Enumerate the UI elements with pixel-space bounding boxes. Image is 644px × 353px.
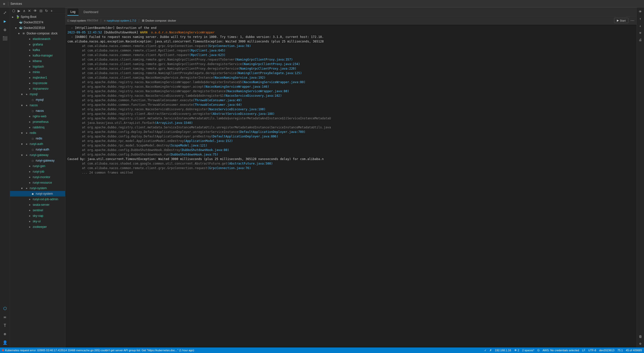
- tree-item-nginx-web[interactable]: ● nginx-web: [10, 114, 65, 119]
- sky-oap-label: sky-oap: [33, 214, 43, 218]
- chevron-up-btn[interactable]: ∧: [22, 8, 26, 13]
- tree-item-ruoyi-gen[interactable]: ● ruoyi-gen: [10, 163, 65, 169]
- gear-right-icon[interactable]: ⚙: [637, 340, 643, 346]
- tree-item-mysql-group[interactable]: ▼ ● mysql: [10, 91, 65, 97]
- tree-item-ruoyi-job[interactable]: ● ruoyi-job: [10, 169, 65, 174]
- mysql-group-label: mysql: [30, 92, 37, 96]
- tree-item-ruoyi-monitor[interactable]: ● ruoyi-monitor: [10, 174, 65, 180]
- tree-item-nacos[interactable]: □ nacos: [10, 108, 65, 114]
- more-options-btn[interactable]: ⋯: [630, 18, 634, 23]
- spring-icon: 🍃: [16, 15, 20, 19]
- menu-icon[interactable]: ≡: [2, 1, 6, 6]
- add-btn[interactable]: +: [50, 8, 54, 13]
- svc-icon-minio: ●: [28, 70, 32, 74]
- tree-item-sky-ui[interactable]: ● sky-ui: [10, 219, 65, 224]
- run-icon[interactable]: ▶: [1, 17, 9, 25]
- start-button[interactable]: ▶ Start: [614, 18, 628, 23]
- expand-all-btn[interactable]: ⬡: [11, 8, 16, 13]
- tree-item-grafana[interactable]: ● grafana: [10, 42, 65, 47]
- docker202374-label: Docker202374: [24, 21, 43, 24]
- tree-item-mqbroker1[interactable]: ● mqbroker1: [10, 75, 65, 80]
- tab-log[interactable]: Log: [67, 9, 78, 16]
- tree-item-docker202374[interactable]: 🐳 Docker202374: [10, 20, 65, 25]
- prometheus-label: prometheus: [33, 120, 49, 124]
- refresh-btn[interactable]: ↻: [44, 8, 49, 13]
- arrow-down-icon[interactable]: ↓: [637, 23, 643, 29]
- compose-label-header: Docker-compose: docker: [145, 19, 176, 22]
- print-icon[interactable]: 🖨: [637, 37, 643, 43]
- tree-item-ruoyi-auth[interactable]: □ ruoyi-auth: [10, 147, 65, 152]
- tree-item-nacos-group[interactable]: ▼ ● nacos: [10, 103, 65, 108]
- log-content[interactable]: - [HttpClientBeanHolder] Destruction of …: [65, 25, 636, 347]
- tab-dashboard[interactable]: Dashboard: [80, 9, 101, 16]
- eye-btn[interactable]: 👁: [32, 8, 38, 13]
- tree-item-zookeeper[interactable]: ● zookeeper: [10, 224, 65, 230]
- tree-item-ruoyi-xxl[interactable]: ● ruoyi-xxl-job-admin: [10, 196, 65, 202]
- tree-item-kibana[interactable]: ● kibana: [10, 58, 65, 64]
- status-right: ✓ ✗ 192.168.1.16 👁 2 2 spaces* G AWS: No…: [484, 349, 642, 352]
- ruoyi-system-label: ruoyi-system: [36, 192, 53, 195]
- status-lines: 45 of 409685: [626, 349, 642, 352]
- align-icon[interactable]: ≡: [637, 30, 643, 36]
- tree-item-ruoyi-gateway[interactable]: □ ruoyi-gateway: [10, 158, 65, 163]
- arrow-up-icon[interactable]: ↑: [637, 16, 643, 22]
- settings-icon[interactable]: ⚙: [1, 26, 9, 34]
- tree-item-mqnamesrv[interactable]: ● mqnamesrv: [10, 86, 65, 91]
- tree-item-sentinel[interactable]: ● sentinel: [10, 208, 65, 213]
- expand-icon[interactable]: ⤢: [1, 9, 9, 17]
- trash-icon[interactable]: 🗑: [637, 333, 643, 339]
- tree-item-ruoyi-auth-group[interactable]: ▼ ● ruoyi-auth: [10, 141, 65, 147]
- tree-item-logstash[interactable]: ● logstash: [10, 64, 65, 69]
- config-icon[interactable]: ⊕: [1, 330, 9, 338]
- ruoyi-monitor-label: ruoyi-monitor: [33, 175, 50, 179]
- tiktok-icon[interactable]: ⬡: [1, 304, 9, 312]
- tree-item-mqconsole[interactable]: ● mqconsole: [10, 80, 65, 86]
- tree-item-kafka[interactable]: ● kafka: [10, 47, 65, 53]
- minio-label: minio: [33, 70, 40, 74]
- kafka-label: kafka: [33, 48, 40, 52]
- tree-item-elasticsearch[interactable]: ● elasticsearch: [10, 36, 65, 42]
- tag-icon[interactable]: T: [1, 321, 9, 329]
- tree-item-sky-oap[interactable]: ● sky-oap: [10, 213, 65, 219]
- terminal-icon[interactable]: ⬛: [1, 34, 9, 42]
- svc-icon-km: ●: [28, 54, 32, 58]
- tree-item-ruoyi-gateway-group[interactable]: ▼ ● ruoyi-gateway: [10, 152, 65, 158]
- tree-item-seata-server[interactable]: ● seata-server: [10, 202, 65, 208]
- svc-icon-kibana: ●: [28, 59, 32, 63]
- tree-item-spring-boot[interactable]: ▶ 🍃 Spring Boot: [10, 14, 65, 20]
- tree-item-redis[interactable]: □ redis: [10, 136, 65, 141]
- svc-icon-zoo: ●: [28, 225, 32, 229]
- close-btn[interactable]: ✕: [27, 8, 32, 13]
- person-icon[interactable]: 👤: [1, 338, 9, 346]
- svc-icon-rgen: ●: [28, 164, 32, 168]
- filter-btn[interactable]: ⊟: [38, 8, 44, 13]
- tree-item-ruoyi-resource[interactable]: ● ruoyi-resource: [10, 180, 65, 185]
- tree-item-minio[interactable]: ● minio: [10, 69, 65, 75]
- tree-item-rabbitmq[interactable]: ● rabbitmq: [10, 125, 65, 130]
- file-icon: □: [67, 19, 69, 22]
- status-encoding: UTF-8: [588, 349, 596, 352]
- svc-icon-mqnamesrv: ●: [28, 87, 32, 91]
- container-id-badge: □ ruoyi-system 65b153cd: [67, 19, 98, 22]
- log-line: at com.alibaba.nacos.common.remote.clien…: [65, 48, 636, 53]
- tree-item-redis-group[interactable]: ▼ ● redis: [10, 130, 65, 136]
- tree-item-mysql[interactable]: □ mysql: [10, 97, 65, 103]
- zookeeper-label: zookeeper: [33, 225, 47, 229]
- grid-icon: ⊞: [142, 19, 144, 22]
- tree-item-docker2023518[interactable]: ▼ 🐳 Docker2023518: [10, 25, 65, 31]
- run-btn[interactable]: ▶: [17, 8, 21, 13]
- mqbroker1-label: mqbroker1: [33, 76, 47, 79]
- left-sidebar-icons: ⤢ ▶ ⚙ ⬛ ⬡ ✉ T ⊕ 👤: [0, 8, 10, 347]
- mail-icon[interactable]: ✉: [1, 313, 9, 321]
- tree-item-prometheus[interactable]: ● prometheus: [10, 119, 65, 125]
- separator-1: [8, 2, 8, 6]
- tree-item-kafka-manager[interactable]: ● kafka-manager: [10, 53, 65, 58]
- eye-right-icon[interactable]: 👁: [637, 9, 643, 15]
- svc-icon-skyoap: ●: [28, 214, 32, 218]
- tree-item-ruoyi-system-group[interactable]: ▼ ● ruoyi-system: [10, 185, 65, 191]
- tree-item-ruoyi-system[interactable]: ■ ruoyi-system: [10, 191, 65, 196]
- svc-icon-rxxl: ●: [28, 197, 32, 201]
- mysql-label: mysql: [36, 98, 44, 102]
- tree-item-docker-compose[interactable]: ▼ ⊞ Docker-compose: dock: [10, 31, 65, 36]
- log-line: at org.apache.dubbo.rpc.model.Applicatio…: [65, 139, 636, 143]
